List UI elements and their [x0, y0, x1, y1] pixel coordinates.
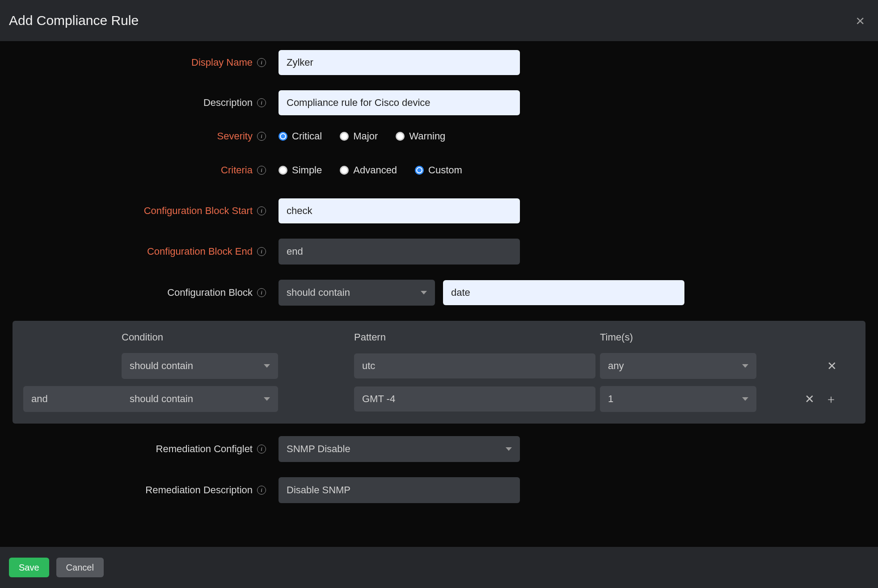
select-value: 1: [608, 393, 613, 405]
select-value: and: [31, 393, 48, 405]
select-value: should contain: [130, 393, 193, 405]
info-icon[interactable]: i: [257, 98, 266, 107]
select-value: should contain: [130, 360, 193, 372]
modal-footer: Save Cancel: [0, 547, 878, 588]
severity-label: Major: [353, 130, 378, 142]
remove-row-icon[interactable]: ✕: [827, 359, 837, 373]
select-value: any: [608, 360, 624, 372]
severity-option-critical[interactable]: Critical: [279, 130, 322, 142]
info-icon[interactable]: i: [257, 58, 266, 67]
info-icon[interactable]: i: [257, 206, 266, 215]
pattern-input[interactable]: [354, 386, 595, 412]
config-block-end-input[interactable]: [279, 239, 520, 265]
chevron-down-icon: [264, 397, 270, 401]
chevron-down-icon: [506, 447, 512, 451]
severity-label: Critical: [292, 130, 322, 142]
criteria-option-custom[interactable]: Custom: [415, 164, 462, 176]
form-body: Display Name i Description i Severity i …: [0, 41, 878, 503]
select-value: SNMP Disable: [287, 443, 350, 455]
criteria-option-advanced[interactable]: Advanced: [340, 164, 397, 176]
severity-radio-group: Critical Major Warning: [279, 130, 445, 142]
criteria-option-simple[interactable]: Simple: [279, 164, 322, 176]
label-description: Description: [203, 97, 253, 109]
info-icon[interactable]: i: [257, 445, 266, 454]
radio-icon: [340, 132, 349, 141]
severity-option-major[interactable]: Major: [340, 130, 378, 142]
label-criteria: Criteria: [221, 164, 253, 176]
radio-icon: [415, 166, 424, 175]
config-block-value-input[interactable]: [443, 280, 684, 305]
condition-panel: Condition Pattern Time(s) should contain…: [13, 321, 865, 424]
row-remediation-configlet: Remediation Configlet i SNMP Disable: [13, 436, 865, 462]
row-config-block-start: Configuration Block Start i: [13, 198, 865, 223]
row-criteria: Criteria i Simple Advanced Custom: [13, 164, 865, 176]
label-config-block: Configuration Block: [167, 287, 253, 298]
info-icon[interactable]: i: [257, 288, 266, 297]
col-header-pattern: Pattern: [354, 332, 600, 343]
radio-icon: [279, 132, 287, 141]
label-config-block-start: Configuration Block Start: [144, 205, 253, 217]
chevron-down-icon: [421, 291, 427, 294]
description-input[interactable]: [279, 90, 520, 115]
label-remediation-description: Remediation Description: [145, 484, 253, 496]
display-name-input[interactable]: [279, 50, 520, 75]
severity-option-warning[interactable]: Warning: [396, 130, 445, 142]
condition-select[interactable]: should contain: [122, 353, 278, 379]
radio-icon: [340, 166, 349, 175]
label-remediation-configlet: Remediation Configlet: [156, 443, 253, 455]
radio-icon: [396, 132, 405, 141]
condition-header-row: Condition Pattern Time(s): [23, 329, 855, 349]
pattern-input[interactable]: [354, 353, 595, 378]
remediation-configlet-select[interactable]: SNMP Disable: [279, 436, 520, 462]
info-icon[interactable]: i: [257, 247, 266, 256]
condition-row: should contain any ✕: [23, 349, 855, 382]
col-header-condition: Condition: [122, 332, 354, 343]
criteria-label: Custom: [428, 164, 462, 176]
label-config-block-end: Configuration Block End: [147, 246, 253, 257]
row-config-block-end: Configuration Block End i: [13, 239, 865, 265]
remediation-description-input[interactable]: [279, 477, 520, 503]
save-button[interactable]: Save: [9, 558, 49, 577]
modal-title: Add Compliance Rule: [9, 13, 139, 28]
row-description: Description i: [13, 90, 865, 115]
criteria-label: Advanced: [353, 164, 397, 176]
criteria-label: Simple: [292, 164, 322, 176]
row-display-name: Display Name i: [13, 50, 865, 75]
info-icon[interactable]: i: [257, 486, 266, 495]
col-header-times: Time(s): [600, 332, 671, 343]
info-icon[interactable]: i: [257, 166, 266, 175]
chevron-down-icon: [264, 364, 270, 368]
label-display-name: Display Name: [191, 57, 253, 68]
condition-select[interactable]: should contain: [122, 386, 278, 412]
severity-label: Warning: [409, 130, 445, 142]
select-value: should contain: [287, 287, 350, 298]
row-remediation-description: Remediation Description i: [13, 477, 865, 503]
label-severity: Severity: [217, 130, 253, 142]
criteria-radio-group: Simple Advanced Custom: [279, 164, 462, 176]
condition-row: and should contain 1 ✕: [23, 382, 855, 416]
config-block-start-input[interactable]: [279, 198, 520, 223]
radio-icon: [279, 166, 287, 175]
config-block-condition-select[interactable]: should contain: [279, 280, 435, 306]
modal-header: Add Compliance Rule ×: [0, 0, 878, 41]
cancel-button[interactable]: Cancel: [56, 558, 104, 577]
row-severity: Severity i Critical Major Warning: [13, 130, 865, 142]
remove-row-icon[interactable]: ✕: [805, 392, 815, 406]
add-row-icon[interactable]: ＋: [825, 391, 837, 407]
info-icon[interactable]: i: [257, 132, 266, 141]
row-config-block: Configuration Block i should contain: [13, 280, 865, 306]
close-icon[interactable]: ×: [856, 13, 865, 28]
